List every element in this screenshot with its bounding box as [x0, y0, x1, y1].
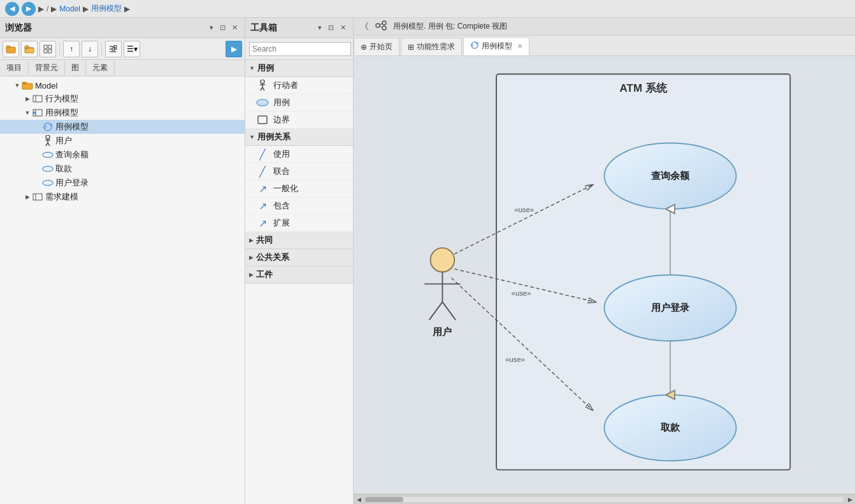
tree-item-actor-user[interactable]: 用户 [0, 134, 245, 148]
actor-right-leg [442, 302, 456, 320]
tree-item-behavior[interactable]: ▶ 行为模型 [0, 92, 245, 106]
tab-elements[interactable]: 元素 [86, 60, 115, 76]
svg-point-29 [43, 152, 53, 157]
tree-toggle-behavior[interactable]: ▶ [23, 94, 32, 103]
grid-view-button[interactable] [40, 41, 56, 57]
requirement-icon [32, 192, 43, 202]
usecase-model-tab-icon [470, 41, 479, 51]
scroll-track[interactable] [365, 497, 844, 502]
browser-panel-header: 浏览器 ▾ ⊡ ✕ [0, 18, 245, 38]
actor-head [431, 248, 455, 272]
tool-include[interactable]: ↗ 包含 [245, 198, 353, 215]
toolbox-float-icon[interactable]: ⊡ [326, 23, 336, 32]
new-folder-button[interactable] [3, 41, 19, 57]
tab-close-button[interactable]: ✕ [517, 43, 522, 50]
tree-item-withdraw[interactable]: 取款 [0, 162, 245, 176]
browser-title: 浏览器 [5, 22, 32, 34]
section-artifact[interactable]: ▶ 工件 [245, 266, 353, 284]
tool-generalize[interactable]: ↗ 一般化 [245, 180, 353, 198]
toolbox-close-icon[interactable]: ✕ [338, 23, 348, 32]
browser-float-icon[interactable]: ⊡ [218, 23, 227, 32]
tree-item-usecase-pkg[interactable]: ▼ 用例模型 [0, 106, 245, 120]
tree-item-login[interactable]: 用户登录 [0, 176, 245, 190]
browser-pin-icon[interactable]: ▾ [208, 23, 215, 32]
uml-diagram-svg: ATM 系统 用户 查询余额 用户登录 [354, 56, 855, 494]
tree-item-requirement[interactable]: ▶ 需求建模 [0, 190, 245, 204]
svg-point-42 [382, 21, 386, 25]
move-down-button[interactable]: ↓ [82, 41, 98, 57]
svg-point-21 [44, 123, 52, 131]
toolbox-pin-icon[interactable]: ▾ [316, 23, 324, 32]
svg-rect-32 [33, 194, 42, 200]
scroll-right-button[interactable]: ▶ [845, 494, 855, 505]
svg-rect-4 [44, 45, 47, 48]
horizontal-scrollbar[interactable]: ◀ ▶ [354, 494, 855, 504]
uc-login-label: 用户登录 [650, 302, 690, 313]
search-input[interactable] [249, 42, 351, 56]
menu-button[interactable]: ☰▾ [124, 41, 140, 57]
forward-button[interactable]: ▶ [22, 2, 36, 16]
diagram-connections-icon [375, 20, 387, 32]
tab-project[interactable]: 项目 [0, 60, 29, 76]
tab-diagram[interactable]: 图 [65, 60, 86, 76]
browser-close-icon[interactable]: ✕ [230, 23, 240, 32]
tool-actor[interactable]: 行动者 [245, 77, 353, 94]
section-public-rel[interactable]: ▶ 公共关系 [245, 249, 353, 266]
tool-boundary[interactable]: 边界 [245, 112, 353, 129]
section-usecase[interactable]: ▼ 用例 [245, 60, 353, 77]
usecase-login-icon [42, 178, 54, 188]
options-button[interactable] [105, 41, 122, 57]
tab-background[interactable]: 背景元 [29, 60, 65, 76]
main-layout: 浏览器 ▾ ⊡ ✕ ↑ ↓ ☰▾ [0, 18, 855, 504]
tab-start-page[interactable]: ⊕ 开始页 [354, 38, 399, 55]
tree-toggle-usecase-pkg[interactable]: ▼ [23, 108, 32, 117]
svg-rect-16 [33, 96, 42, 102]
open-folder-button[interactable] [21, 41, 38, 57]
toolbox-panel: 工具箱 ▾ ⊡ ✕ 🔍 ☰ ▼ 用例 行动者 [245, 18, 354, 504]
collapse-panel-button[interactable]: 《 [357, 20, 371, 34]
boundary-tool-icon [255, 114, 269, 126]
section-usecase-label: 用例 [257, 62, 274, 74]
breadcrumb-model[interactable]: Model [59, 4, 80, 13]
breadcrumb-usecase[interactable]: 用例模型 [91, 3, 122, 14]
diagram-canvas[interactable]: ATM 系统 用户 查询余额 用户登录 [354, 56, 855, 494]
tree-item-model[interactable]: ▼ Model [0, 79, 245, 92]
svg-point-11 [112, 48, 115, 50]
tree-item-usecase-diagram[interactable]: 用例模型 [0, 120, 245, 134]
tab-func-req-label: 功能性需求 [417, 41, 455, 52]
actor-label: 用户 [432, 326, 452, 337]
scroll-left-button[interactable]: ◀ [354, 494, 364, 505]
uc-withdraw-label: 取款 [661, 422, 680, 433]
combine-tool-icon: ╱ [255, 166, 269, 177]
tool-extend[interactable]: ↗ 扩展 [245, 215, 353, 232]
tree-toggle-model[interactable]: ▼ [13, 81, 22, 90]
section-common[interactable]: ▶ 共同 [245, 232, 353, 249]
svg-point-43 [382, 26, 386, 30]
tool-combine[interactable]: ╱ 联合 [245, 163, 353, 180]
tree-label-uc-diagram: 用例模型 [55, 121, 89, 133]
svg-rect-15 [22, 82, 27, 84]
usecase-diagram-icon [42, 122, 54, 132]
browser-panel: 浏览器 ▾ ⊡ ✕ ↑ ↓ ☰▾ [0, 18, 245, 504]
back-button[interactable]: ◀ [5, 2, 19, 16]
include-tool-icon: ↗ [255, 200, 269, 212]
model-folder-icon [22, 80, 33, 90]
tree-item-query-balance[interactable]: 查询余额 [0, 148, 245, 162]
run-button[interactable]: ▶ [226, 41, 242, 57]
move-up-button[interactable]: ↑ [63, 41, 80, 57]
tool-use[interactable]: ╱ 使用 [245, 146, 353, 163]
scroll-thumb[interactable] [365, 497, 403, 502]
breadcrumb-sep2: / [47, 4, 48, 13]
section-usecase-rel[interactable]: ▼ 用例关系 [245, 129, 353, 146]
tool-boundary-label: 边界 [273, 114, 290, 126]
tab-usecase-label: 用例模型 [482, 41, 512, 52]
tab-usecase-model[interactable]: 用例模型 ✕ [463, 37, 529, 55]
usecase-withdraw-icon [42, 164, 54, 174]
breadcrumb-sep4: ▶ [83, 4, 89, 13]
tree-toggle-req[interactable]: ▶ [23, 192, 32, 201]
tool-usecase[interactable]: 用例 [245, 94, 353, 112]
diagram-info-text: 用例模型. 用例 包: Complete 视图 [393, 21, 507, 32]
tree-toggle-uc-diag [33, 122, 42, 131]
tab-func-req[interactable]: ⊞ 功能性需求 [401, 38, 462, 55]
uc-query-label: 查询余额 [650, 170, 690, 181]
